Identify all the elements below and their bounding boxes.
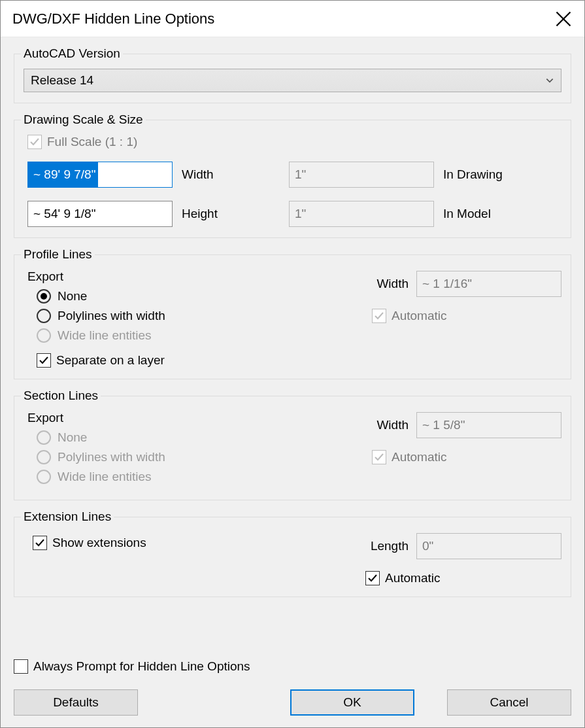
check-icon: [374, 452, 384, 462]
legend-scale: Drawing Scale & Size: [21, 113, 146, 127]
section-export-label: Export: [27, 411, 346, 425]
height-label: Height: [182, 207, 280, 221]
profile-export-none-radio[interactable]: None: [37, 289, 346, 303]
extension-length-input: [416, 533, 561, 559]
check-icon: [39, 355, 49, 366]
cancel-button[interactable]: Cancel: [447, 689, 571, 716]
drawing-height-input[interactable]: [27, 201, 173, 227]
group-extension-lines: Extension Lines Show extensions Leng: [14, 510, 571, 597]
width-label: Width: [182, 167, 280, 182]
always-prompt-checkbox[interactable]: Always Prompt for Hidden Line Options: [14, 659, 250, 674]
section-width-input: [416, 412, 561, 438]
check-icon: [374, 311, 384, 321]
profile-width-input: [416, 271, 561, 297]
extension-automatic-checkbox[interactable]: Automatic: [365, 571, 440, 585]
group-section-lines: Section Lines Export None Polylines with…: [14, 389, 571, 500]
titlebar: DWG/DXF Hidden Line Options: [1, 1, 584, 37]
section-automatic-checkbox: Automatic: [372, 450, 446, 464]
profile-export-polylines-radio[interactable]: Polylines with width: [37, 309, 346, 323]
profile-export-wide-radio: Wide line entities: [37, 328, 346, 343]
legend-autocad: AutoCAD Version: [21, 46, 123, 61]
dialog-title: DWG/DXF Hidden Line Options: [12, 10, 554, 27]
profile-width-label: Width: [365, 277, 409, 291]
drawing-width-input[interactable]: ~ 89' 9 7/8": [27, 162, 173, 188]
check-icon: [29, 137, 40, 147]
legend-profile: Profile Lines: [21, 247, 95, 262]
section-export-none-radio: None: [37, 430, 346, 445]
section-export-wide-radio: Wide line entities: [37, 470, 346, 484]
full-scale-label: Full Scale (1 : 1): [47, 135, 137, 149]
show-extensions-checkbox[interactable]: Show extensions: [33, 536, 146, 550]
autocad-version-value: Release 14: [31, 73, 93, 88]
chevron-down-icon: [545, 76, 554, 85]
group-autocad-version: AutoCAD Version Release 14: [14, 46, 571, 103]
group-drawing-scale: Drawing Scale & Size Full Scale (1 : 1) …: [14, 113, 571, 238]
in-model-input: [289, 201, 434, 227]
defaults-button[interactable]: Defaults: [14, 689, 138, 716]
in-model-label: In Model: [443, 207, 548, 221]
ok-button[interactable]: OK: [290, 689, 414, 716]
close-icon[interactable]: [554, 10, 573, 28]
in-drawing-label: In Drawing: [443, 167, 548, 182]
full-scale-checkbox: Full Scale (1 : 1): [27, 135, 137, 149]
profile-export-label: Export: [27, 269, 346, 284]
check-icon: [367, 573, 378, 583]
check-icon: [35, 538, 45, 548]
group-profile-lines: Profile Lines Export None Polylines with…: [14, 247, 571, 379]
legend-extension: Extension Lines: [21, 510, 114, 524]
section-width-label: Width: [365, 418, 409, 432]
autocad-version-select[interactable]: Release 14: [24, 69, 561, 92]
section-export-polylines-radio: Polylines with width: [37, 450, 346, 464]
extension-length-label: Length: [359, 539, 409, 553]
legend-section: Section Lines: [21, 389, 101, 403]
profile-automatic-checkbox: Automatic: [372, 309, 446, 323]
profile-separate-layer-checkbox[interactable]: Separate on a layer: [37, 353, 165, 368]
dialog-hidden-line-options: DWG/DXF Hidden Line Options AutoCAD Vers…: [0, 0, 585, 728]
in-drawing-input: [289, 162, 434, 188]
